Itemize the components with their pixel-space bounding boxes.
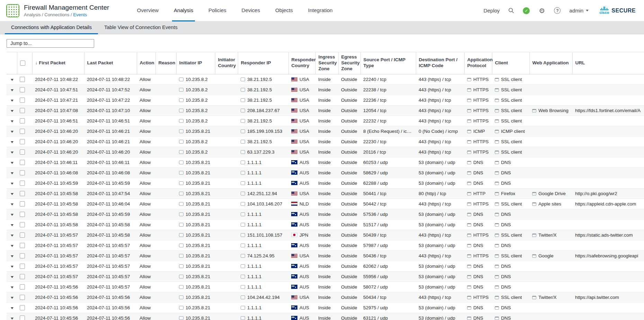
- nav-devices[interactable]: Devices: [240, 0, 262, 21]
- application-protocol-icon[interactable]: [467, 150, 471, 154]
- client-icon[interactable]: [495, 317, 499, 320]
- client-icon[interactable]: [495, 223, 499, 227]
- host-icon[interactable]: [241, 306, 245, 310]
- client-icon[interactable]: [495, 306, 499, 310]
- host-icon[interactable]: [179, 161, 184, 164]
- client-icon[interactable]: [495, 182, 499, 185]
- tab-connections-with-application-details[interactable]: Connections with Application Details: [5, 21, 98, 34]
- expand-row-icon[interactable]: [11, 89, 14, 91]
- host-icon[interactable]: [179, 129, 184, 133]
- host-icon[interactable]: [241, 275, 245, 278]
- expand-row-icon[interactable]: [11, 307, 14, 309]
- expand-row-icon[interactable]: [11, 110, 14, 112]
- application-protocol-icon[interactable]: [467, 234, 471, 237]
- row-checkbox[interactable]: [20, 305, 25, 310]
- column-header-application-protocol[interactable]: Application Protocol: [464, 52, 492, 74]
- host-icon[interactable]: [241, 233, 245, 237]
- gear-icon[interactable]: [538, 7, 545, 14]
- column-header-responder-ip[interactable]: Responder IP: [238, 52, 288, 74]
- expand-row-icon[interactable]: [11, 141, 14, 143]
- row-checkbox[interactable]: [20, 118, 25, 124]
- client-icon[interactable]: [495, 119, 499, 123]
- row-checkbox[interactable]: [20, 98, 25, 103]
- select-all-checkbox[interactable]: [20, 61, 25, 66]
- expand-row-icon[interactable]: [11, 183, 14, 185]
- application-protocol-icon[interactable]: [467, 119, 471, 123]
- row-checkbox[interactable]: [20, 181, 25, 186]
- row-checkbox[interactable]: [20, 232, 25, 238]
- column-header-destination-port-icmp-code[interactable]: Destination Port / ICMP Code: [416, 52, 464, 74]
- row-checkbox[interactable]: [20, 253, 25, 258]
- row-checkbox[interactable]: [20, 77, 25, 82]
- host-icon[interactable]: [179, 306, 184, 310]
- application-protocol-icon[interactable]: [467, 182, 471, 185]
- host-icon[interactable]: [179, 171, 184, 175]
- expand-row-icon[interactable]: [11, 286, 14, 289]
- host-icon[interactable]: [179, 109, 184, 112]
- column-header-client[interactable]: Client: [492, 52, 529, 74]
- nav-integration[interactable]: Integration: [306, 0, 334, 21]
- expand-row-icon[interactable]: [11, 172, 14, 174]
- expand-row-icon[interactable]: [11, 120, 14, 122]
- expand-row-icon[interactable]: [11, 100, 14, 102]
- host-icon[interactable]: [179, 212, 184, 216]
- host-icon[interactable]: [179, 254, 184, 258]
- row-checkbox[interactable]: [20, 212, 25, 217]
- row-checkbox[interactable]: [20, 264, 25, 269]
- application-protocol-icon[interactable]: [467, 213, 471, 216]
- host-icon[interactable]: [179, 140, 184, 144]
- expand-row-icon[interactable]: [11, 131, 14, 133]
- application-protocol-icon[interactable]: [467, 109, 471, 112]
- search-icon[interactable]: [508, 8, 514, 13]
- host-icon[interactable]: [241, 161, 245, 164]
- client-icon[interactable]: [495, 140, 499, 144]
- row-checkbox[interactable]: [20, 222, 25, 227]
- host-icon[interactable]: [241, 98, 245, 102]
- breadcrumb-current-link[interactable]: Events: [73, 12, 87, 17]
- host-icon[interactable]: [179, 98, 184, 102]
- host-icon[interactable]: [179, 119, 184, 123]
- host-icon[interactable]: [241, 181, 245, 185]
- client-icon[interactable]: [495, 213, 499, 216]
- client-icon[interactable]: [495, 296, 499, 299]
- nav-analysis[interactable]: Analysis: [172, 0, 195, 21]
- client-icon[interactable]: [495, 150, 499, 154]
- client-icon[interactable]: [495, 109, 499, 112]
- host-icon[interactable]: [179, 264, 184, 268]
- host-icon[interactable]: [241, 295, 245, 299]
- host-icon[interactable]: [179, 285, 184, 289]
- host-icon[interactable]: [241, 150, 245, 154]
- row-checkbox[interactable]: [20, 243, 25, 248]
- column-header-reason[interactable]: Reason: [155, 52, 176, 74]
- host-icon[interactable]: [179, 150, 184, 154]
- column-header-source-port-icmp-type[interactable]: Source Port / ICMP Type: [360, 52, 416, 74]
- help-icon[interactable]: [554, 7, 561, 14]
- host-icon[interactable]: [179, 181, 184, 185]
- application-protocol-icon[interactable]: [467, 171, 471, 175]
- client-icon[interactable]: [495, 275, 499, 278]
- host-icon[interactable]: [241, 244, 245, 247]
- web-application-icon[interactable]: [532, 202, 536, 206]
- client-icon[interactable]: [495, 244, 499, 247]
- column-header-last-packet[interactable]: Last Packet: [84, 52, 137, 74]
- application-protocol-icon[interactable]: [467, 192, 471, 195]
- jump-to-dropdown[interactable]: Jump to...: [7, 39, 94, 48]
- client-icon[interactable]: [495, 192, 499, 195]
- column-header-egress-security-zone[interactable]: Egress Security Zone: [338, 52, 360, 74]
- host-icon[interactable]: [179, 77, 184, 81]
- client-icon[interactable]: [495, 202, 499, 206]
- client-icon[interactable]: [495, 88, 499, 92]
- host-icon[interactable]: [241, 202, 245, 206]
- expand-row-icon[interactable]: [11, 318, 14, 320]
- host-icon[interactable]: [241, 109, 245, 112]
- client-icon[interactable]: [495, 234, 499, 237]
- host-icon[interactable]: [241, 223, 245, 227]
- host-icon[interactable]: [179, 233, 184, 237]
- host-icon[interactable]: [241, 88, 245, 92]
- application-protocol-icon[interactable]: [467, 275, 471, 278]
- application-protocol-icon[interactable]: [467, 202, 471, 206]
- row-checkbox[interactable]: [20, 274, 25, 279]
- web-application-icon[interactable]: [532, 254, 536, 258]
- column-header-web-application[interactable]: Web Application: [529, 52, 572, 74]
- client-icon[interactable]: [495, 99, 499, 102]
